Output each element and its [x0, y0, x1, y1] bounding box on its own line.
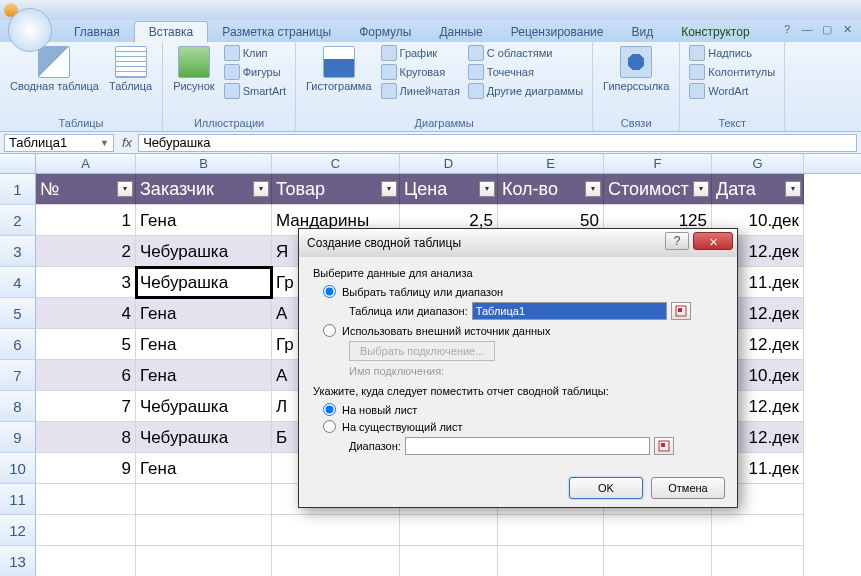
- row-header-1[interactable]: 1: [0, 174, 36, 205]
- cell[interactable]: 5: [36, 329, 136, 360]
- restore-icon[interactable]: ▢: [819, 22, 835, 36]
- close-icon[interactable]: ✕: [839, 22, 855, 36]
- tab-design[interactable]: Конструктор: [667, 22, 763, 42]
- row-header-5[interactable]: 5: [0, 298, 36, 329]
- dialog-help-button[interactable]: ?: [665, 232, 689, 250]
- row-header-13[interactable]: 13: [0, 546, 36, 576]
- header-cost[interactable]: Стоимост▾: [604, 174, 712, 205]
- tab-insert[interactable]: Вставка: [134, 21, 209, 42]
- cell[interactable]: Чебурашка: [136, 236, 272, 267]
- other-charts-button[interactable]: Другие диаграммы: [465, 82, 586, 100]
- tab-page-layout[interactable]: Разметка страницы: [208, 22, 345, 42]
- radio-existing-sheet[interactable]: [323, 420, 336, 433]
- col-header-a[interactable]: A: [36, 154, 136, 173]
- table-button[interactable]: Таблица: [105, 44, 156, 94]
- textbox-button[interactable]: Надпись: [686, 44, 778, 62]
- cell[interactable]: 9: [36, 453, 136, 484]
- range-input[interactable]: [472, 302, 667, 320]
- scatter-chart-button[interactable]: Точечная: [465, 63, 586, 81]
- help-icon[interactable]: ?: [779, 22, 795, 36]
- office-button[interactable]: [8, 8, 52, 52]
- filter-icon[interactable]: ▾: [381, 181, 397, 197]
- histogram-button[interactable]: Гистограмма: [302, 44, 376, 94]
- range-picker-icon[interactable]: [671, 302, 691, 320]
- col-header-c[interactable]: C: [272, 154, 400, 173]
- col-header-b[interactable]: B: [136, 154, 272, 173]
- clip-button[interactable]: Клип: [221, 44, 289, 62]
- row-header-10[interactable]: 10: [0, 453, 36, 484]
- cancel-button[interactable]: Отмена: [651, 477, 725, 499]
- fx-icon[interactable]: fx: [122, 135, 132, 150]
- header-product[interactable]: Товар▾: [272, 174, 400, 205]
- cell[interactable]: Гена: [136, 360, 272, 391]
- line-chart-button[interactable]: График: [378, 44, 463, 62]
- bar-chart-button[interactable]: Линейчатая: [378, 82, 463, 100]
- row-header-8[interactable]: 8: [0, 391, 36, 422]
- cell[interactable]: 1: [36, 205, 136, 236]
- header-date[interactable]: Дата▾: [712, 174, 804, 205]
- row-header-11[interactable]: 11: [0, 484, 36, 515]
- wordart-button[interactable]: WordArt: [686, 82, 778, 100]
- col-header-d[interactable]: D: [400, 154, 498, 173]
- pivot-table-button[interactable]: Сводная таблица: [6, 44, 103, 94]
- cell[interactable]: Чебурашка: [136, 391, 272, 422]
- pie-chart-button[interactable]: Круговая: [378, 63, 463, 81]
- header-customer[interactable]: Заказчик▾: [136, 174, 272, 205]
- area-chart-button[interactable]: С областями: [465, 44, 586, 62]
- hyperlink-button[interactable]: Гиперссылка: [599, 44, 673, 94]
- cell[interactable]: Чебурашка: [136, 422, 272, 453]
- cell[interactable]: 6: [36, 360, 136, 391]
- cell[interactable]: 7: [36, 391, 136, 422]
- cell[interactable]: Гена: [136, 298, 272, 329]
- row-header-6[interactable]: 6: [0, 329, 36, 360]
- col-header-e[interactable]: E: [498, 154, 604, 173]
- name-box[interactable]: Таблица1 ▼: [4, 134, 114, 152]
- cell[interactable]: Гена: [136, 453, 272, 484]
- cell[interactable]: 8: [36, 422, 136, 453]
- tab-data[interactable]: Данные: [425, 22, 496, 42]
- cell[interactable]: Чебурашка: [136, 267, 272, 298]
- minimize-icon[interactable]: —: [799, 22, 815, 36]
- smartart-button[interactable]: SmartArt: [221, 82, 289, 100]
- tab-formulas[interactable]: Формулы: [345, 22, 425, 42]
- row-header-3[interactable]: 3: [0, 236, 36, 267]
- cell[interactable]: Гена: [136, 329, 272, 360]
- headerfooter-button[interactable]: Колонтитулы: [686, 63, 778, 81]
- row-header-7[interactable]: 7: [0, 360, 36, 391]
- filter-icon[interactable]: ▾: [693, 181, 709, 197]
- row-header-9[interactable]: 9: [0, 422, 36, 453]
- col-header-f[interactable]: F: [604, 154, 712, 173]
- header-qty[interactable]: Кол-во▾: [498, 174, 604, 205]
- filter-icon[interactable]: ▾: [479, 181, 495, 197]
- cell[interactable]: 2: [36, 236, 136, 267]
- dialog-close-button[interactable]: ✕: [693, 232, 733, 250]
- cell[interactable]: 3: [36, 267, 136, 298]
- chevron-down-icon[interactable]: ▼: [100, 138, 109, 148]
- radio-external-source[interactable]: [323, 324, 336, 337]
- shapes-button[interactable]: Фигуры: [221, 63, 289, 81]
- dialog-titlebar[interactable]: Создание сводной таблицы ? ✕: [299, 229, 737, 257]
- range-picker-icon[interactable]: [654, 437, 674, 455]
- filter-icon[interactable]: ▾: [253, 181, 269, 197]
- ok-button[interactable]: OK: [569, 477, 643, 499]
- row-header-12[interactable]: 12: [0, 515, 36, 546]
- placement-range-input[interactable]: [405, 437, 650, 455]
- cell[interactable]: Гена: [136, 205, 272, 236]
- filter-icon[interactable]: ▾: [785, 181, 801, 197]
- col-header-g[interactable]: G: [712, 154, 804, 173]
- header-price[interactable]: Цена▾: [400, 174, 498, 205]
- tab-review[interactable]: Рецензирование: [497, 22, 618, 42]
- tab-home[interactable]: Главная: [60, 22, 134, 42]
- tab-view[interactable]: Вид: [617, 22, 667, 42]
- header-no[interactable]: №▾: [36, 174, 136, 205]
- filter-icon[interactable]: ▾: [585, 181, 601, 197]
- formula-input[interactable]: Чебурашка: [138, 134, 857, 152]
- row-header-2[interactable]: 2: [0, 205, 36, 236]
- radio-select-table[interactable]: [323, 285, 336, 298]
- cell[interactable]: 4: [36, 298, 136, 329]
- select-all-corner[interactable]: [0, 154, 36, 173]
- row-header-4[interactable]: 4: [0, 267, 36, 298]
- radio-new-sheet[interactable]: [323, 403, 336, 416]
- picture-button[interactable]: Рисунок: [169, 44, 219, 94]
- filter-icon[interactable]: ▾: [117, 181, 133, 197]
